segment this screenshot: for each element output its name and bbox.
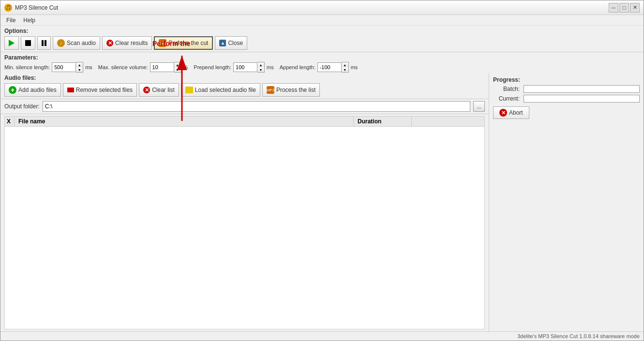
options-toolbar: Options: ♪ Scan audio xyxy=(0,26,644,52)
close-label: Close xyxy=(228,40,243,46)
batch-progress-bar xyxy=(524,85,640,93)
menu-help[interactable]: Help xyxy=(19,16,39,25)
minimize-button[interactable]: ─ xyxy=(609,3,618,13)
perform-icon: MP3 xyxy=(159,39,166,47)
window-controls: ─ □ ✕ xyxy=(609,3,640,13)
main-content: Audio files: + Add audio files Remove se… xyxy=(0,73,644,331)
status-text: 3delite's MP3 Silence Cut 1.0.8.14 share… xyxy=(517,333,640,339)
remove-selected-button[interactable]: Remove selected files xyxy=(63,83,137,97)
col-x: X xyxy=(5,117,15,126)
min-silence-unit: ms xyxy=(85,64,92,70)
min-silence-up[interactable]: ▲ xyxy=(76,62,83,67)
scan-audio-label: Scan audio xyxy=(67,40,96,46)
prepend-spinner: ▲ ▼ xyxy=(257,62,265,73)
maximize-button[interactable]: □ xyxy=(619,3,629,13)
append-input-wrapper: ▲ ▼ xyxy=(317,62,349,73)
process-list-label: Process the list xyxy=(276,87,315,93)
scan-audio-button[interactable]: ♪ Scan audio xyxy=(53,36,100,50)
prepend-label: Prepend length: xyxy=(194,64,231,70)
min-silence-input[interactable] xyxy=(52,62,76,72)
min-silence-label: Min. silence length: xyxy=(4,64,50,70)
audio-toolbar: + Add audio files Remove selected files … xyxy=(4,83,485,97)
append-unit: ms xyxy=(351,64,358,70)
params-inner: Parameters: Min. silence length: ▲ ▼ ms xyxy=(4,54,358,73)
prepend-input[interactable] xyxy=(233,62,257,72)
add-audio-label: Add audio files xyxy=(18,87,57,93)
params-label: Parameters: xyxy=(4,54,358,61)
app-icon: 🎵 xyxy=(4,4,12,12)
pause-icon xyxy=(42,40,46,46)
file-list[interactable]: X File name Duration xyxy=(4,116,485,329)
load-audio-button[interactable]: Load selected audio file xyxy=(181,83,260,97)
pause-button[interactable] xyxy=(37,36,51,50)
play-icon xyxy=(9,40,15,46)
options-toolbar-row: ♪ Scan audio ✕ Clear results MP3 Perform… xyxy=(4,36,640,50)
min-silence-length-group: Min. silence length: ▲ ▼ ms xyxy=(4,62,92,73)
remove-icon xyxy=(67,88,74,92)
window-title: MP3 Silence Cut xyxy=(15,4,58,11)
append-length-group: Append length: ▲ ▼ ms xyxy=(280,62,358,73)
remove-selected-label: Remove selected files xyxy=(76,87,133,93)
stop-icon xyxy=(25,40,31,46)
current-progress-bar xyxy=(524,95,640,103)
min-silence-input-wrapper: ▲ ▼ xyxy=(52,62,83,73)
play-button[interactable] xyxy=(4,36,19,50)
max-silence-down[interactable]: ▼ xyxy=(174,67,181,72)
current-progress-row: Current: xyxy=(493,95,640,103)
output-folder-input[interactable] xyxy=(43,101,470,112)
status-bar: 3delite's MP3 Silence Cut 1.0.8.14 share… xyxy=(0,331,644,341)
browse-folder-button[interactable]: ... xyxy=(473,101,485,112)
prepend-down[interactable]: ▼ xyxy=(257,67,264,72)
process-list-button[interactable]: MP3 Process the list xyxy=(262,83,320,97)
abort-button[interactable]: ✕ Abort xyxy=(493,106,529,119)
max-silence-up[interactable]: ▲ xyxy=(174,62,181,67)
batch-label: Batch: xyxy=(493,86,520,92)
clear-results-label: Clear results xyxy=(115,40,148,46)
audio-files-section: Audio files: + Add audio files Remove se… xyxy=(0,73,489,99)
max-silence-volume-group: Max. silence volume: ▲ ▼ % xyxy=(98,62,188,73)
max-silence-label: Max. silence volume: xyxy=(98,64,148,70)
close-icon: ▲ xyxy=(219,40,226,46)
close-button[interactable]: ▲ Close xyxy=(215,36,247,50)
stop-button[interactable] xyxy=(21,36,35,50)
col-duration: Duration xyxy=(354,117,412,126)
load-icon xyxy=(185,87,193,93)
options-label: Options: xyxy=(4,28,640,34)
menu-bar: File Help xyxy=(0,15,644,26)
clear-list-button[interactable]: ✕ Clear list xyxy=(139,83,179,97)
max-silence-input[interactable] xyxy=(150,62,174,72)
append-label: Append length: xyxy=(280,64,315,70)
append-spinner: ▲ ▼ xyxy=(342,62,349,73)
right-panel: Progress: Batch: Current: ✕ Abort xyxy=(489,73,644,331)
col-extra xyxy=(412,117,484,126)
max-silence-spinner: ▲ ▼ xyxy=(174,62,181,73)
current-label: Current: xyxy=(493,95,520,102)
output-folder-label: Output folder: xyxy=(4,103,40,110)
append-input[interactable] xyxy=(317,62,342,72)
abort-icon: ✕ xyxy=(499,109,507,117)
prepend-up[interactable]: ▲ xyxy=(257,62,264,67)
menu-file[interactable]: File xyxy=(2,16,19,25)
append-up[interactable]: ▲ xyxy=(342,62,348,67)
output-folder-row: Output folder: ... xyxy=(0,99,489,114)
append-down[interactable]: ▼ xyxy=(342,67,348,72)
min-silence-down[interactable]: ▼ xyxy=(76,67,83,72)
prepend-unit: ms xyxy=(267,64,274,70)
batch-progress-row: Batch: xyxy=(493,85,640,93)
parameters-section: Parameters: Min. silence length: ▲ ▼ ms xyxy=(0,52,644,73)
clear-results-button[interactable]: ✕ Clear results xyxy=(102,36,152,50)
title-bar: 🎵 MP3 Silence Cut ─ □ ✕ xyxy=(0,0,644,15)
perform-cut-label: Perform the cut xyxy=(168,40,208,46)
add-audio-files-button[interactable]: + Add audio files xyxy=(4,83,61,97)
min-silence-spinner: ▲ ▼ xyxy=(76,62,83,73)
clear-results-icon: ✕ xyxy=(106,40,113,46)
max-silence-unit: % xyxy=(183,64,188,70)
perform-cut-button[interactable]: MP3 Perform the cut xyxy=(154,36,213,50)
prepend-length-group: Prepend length: ▲ ▼ ms xyxy=(194,62,273,73)
abort-label: Abort xyxy=(509,109,523,116)
scan-icon: ♪ xyxy=(57,39,65,47)
process-icon: MP3 xyxy=(267,86,274,94)
clear-list-label: Clear list xyxy=(152,87,175,93)
max-silence-input-wrapper: ▲ ▼ xyxy=(150,62,181,73)
close-window-button[interactable]: ✕ xyxy=(630,3,640,13)
